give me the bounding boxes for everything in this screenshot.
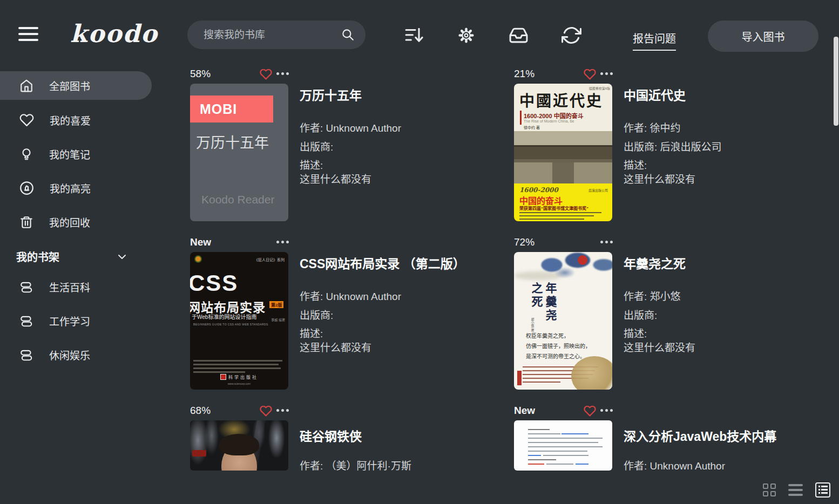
- book-cover[interactable]: [514, 420, 612, 471]
- home-icon: [19, 79, 33, 93]
- publisher-logo: [220, 374, 226, 380]
- list-view-icon[interactable]: [788, 484, 803, 496]
- chevron-down-icon[interactable]: [116, 250, 128, 263]
- book-title: 中国近代史: [624, 85, 839, 104]
- book-publisher: 出版商: 后浪出版公司: [624, 139, 839, 153]
- sidebar-item-label: 我的高亮: [50, 181, 91, 195]
- cover-title: 万历十五年: [196, 131, 269, 152]
- cover-series: 《狂人日记》系列: [254, 257, 285, 262]
- cover-cloud-art: [530, 252, 612, 279]
- sidebar-item-label: 全部图书: [49, 78, 90, 93]
- sidebar-item-trash[interactable]: 我的回收: [0, 208, 152, 236]
- reading-progress: 58%: [190, 68, 211, 80]
- menu-icon[interactable]: [18, 27, 38, 45]
- more-options-icon[interactable]: [600, 72, 613, 75]
- search-box[interactable]: [187, 21, 366, 49]
- book-desc-label: 描述:: [624, 157, 839, 172]
- book-desc-text: 这里什么都没有: [624, 171, 839, 186]
- cover-red-seal: [517, 371, 522, 385]
- highlighter-icon: [19, 181, 34, 195]
- report-issue-link[interactable]: 报告问题: [633, 30, 676, 51]
- cover-subtitle-en: The Rise of Modern China, 6e: [524, 119, 574, 123]
- more-options-icon[interactable]: [276, 409, 289, 412]
- cover-band-publisher: 后浪出版公司: [588, 188, 608, 193]
- favorite-heart-icon[interactable]: [584, 405, 596, 417]
- search-input[interactable]: [204, 21, 339, 49]
- book-desc-text: 这里什么都没有: [300, 171, 516, 186]
- sidebar-item-label: 我的笔记: [49, 147, 90, 161]
- shelf-item-label: 生活百科: [49, 280, 90, 294]
- book-cover[interactable]: 《狂人日记》系列 CSS 网站布局实录 第2版 于Web标准的网站设计指南 BE…: [190, 252, 288, 390]
- cover-series-logo: [194, 255, 202, 263]
- sidebar-shelf-life[interactable]: 生活百科: [0, 273, 152, 301]
- book-cover[interactable]: 插图重校第6版 中國近代史 1600-2000 中国的奋斗 The Rise o…: [514, 84, 612, 221]
- shelf-section-header[interactable]: 我的书架: [16, 242, 151, 271]
- sync-refresh-icon[interactable]: [561, 25, 581, 45]
- more-options-icon[interactable]: [276, 72, 289, 75]
- settings-gear-icon[interactable]: [456, 25, 476, 45]
- cover-tagline: 权臣年羹尧之死，: [526, 331, 591, 341]
- lightbulb-icon: [19, 147, 33, 161]
- sidebar-item-highlights[interactable]: 我的高亮: [0, 174, 152, 202]
- book-title: 万历十五年: [300, 85, 516, 104]
- book-desc-label: 描述:: [624, 325, 839, 340]
- cover-tagline: 仿佛一面镜子，照映出的，: [526, 341, 591, 351]
- sidebar-item-all-books[interactable]: 全部图书: [0, 71, 152, 100]
- detail-view-icon[interactable]: [815, 482, 830, 498]
- grid-view-icon[interactable]: [763, 483, 776, 496]
- more-options-icon[interactable]: [600, 241, 613, 243]
- reading-progress: 21%: [514, 68, 534, 80]
- cover-title: 中國近代史: [519, 89, 603, 111]
- book-cover[interactable]: MOBI 万历十五年 Koodo Reader: [190, 84, 288, 221]
- cover-watermark: Koodo Reader: [201, 193, 274, 206]
- format-badge: MOBI: [190, 96, 273, 122]
- bookshelf-icon: [19, 348, 33, 362]
- book-cover[interactable]: 年羹尧 之死 郑小悠 著 权臣年羹尧之死， 仿佛一面镜子，照映出的， 是深不可测…: [514, 252, 612, 390]
- cover-band-award: 荣获第四届“国家图书馆文津图书奖”: [519, 205, 588, 211]
- book-cover[interactable]: [190, 420, 288, 471]
- cover-subtitle: 1600-2000 中国的奋斗: [524, 111, 584, 120]
- bookshelf-icon: [19, 314, 33, 328]
- book-publisher: 出版商:: [300, 307, 516, 322]
- cover-title-column: 年羹尧: [542, 282, 558, 323]
- reading-progress: 68%: [190, 405, 211, 417]
- sort-icon[interactable]: [404, 25, 424, 45]
- import-books-button[interactable]: 导入图书: [708, 21, 818, 52]
- cover-author: 李超 编著: [271, 317, 285, 322]
- sidebar-item-notes[interactable]: 我的笔记: [0, 140, 152, 168]
- book-desc-text: 这里什么都没有: [624, 339, 839, 354]
- app-logo: koodo: [70, 19, 158, 48]
- shelf-header-label: 我的书架: [16, 249, 59, 264]
- new-badge: New: [190, 236, 211, 248]
- inbox-icon[interactable]: [509, 25, 529, 45]
- cover-portrait-hair: [219, 434, 259, 455]
- sidebar-shelf-leisure[interactable]: 休闲娱乐: [0, 340, 152, 369]
- more-options-icon[interactable]: [276, 241, 289, 243]
- favorite-heart-icon[interactable]: [260, 405, 272, 417]
- new-badge: New: [514, 405, 535, 417]
- book-author: 作者: （美）阿什利·万斯: [300, 458, 516, 472]
- favorite-heart-icon[interactable]: [260, 68, 272, 80]
- heart-icon: [19, 113, 34, 127]
- more-options-icon[interactable]: [600, 409, 613, 412]
- shelf-item-label: 工作学习: [49, 314, 90, 328]
- sidebar-item-favorites[interactable]: 我的喜爱: [0, 106, 152, 134]
- book-publisher: 出版商:: [300, 139, 516, 153]
- cover-seal: [578, 255, 587, 265]
- cover-title-column: 之死: [528, 282, 544, 309]
- scrollbar-thumb[interactable]: [834, 37, 838, 126]
- bookshelf-icon: [19, 280, 33, 294]
- favorite-heart-icon[interactable]: [584, 68, 596, 80]
- cover-band-year: 1600-2000: [519, 186, 558, 194]
- shelf-item-label: 休闲娱乐: [49, 348, 90, 362]
- book-title: 深入分析JavaWeb技术内幕: [624, 426, 839, 445]
- sidebar-item-label: 我的回收: [49, 215, 90, 229]
- search-icon[interactable]: [341, 28, 355, 42]
- book-desc-label: 描述:: [300, 157, 516, 172]
- sidebar-item-label: 我的喜爱: [50, 113, 91, 127]
- book-title: 年羹尧之死: [624, 254, 839, 272]
- sidebar-shelf-work[interactable]: 工作学习: [0, 307, 152, 335]
- book-desc-text: 这里什么都没有: [300, 339, 516, 354]
- book-title: CSS网站布局实录 （第二版）: [300, 254, 516, 272]
- cover-subtitle-en: BEGINNERS GUIDE TO CSS AND WEB STANDARDS: [193, 323, 268, 326]
